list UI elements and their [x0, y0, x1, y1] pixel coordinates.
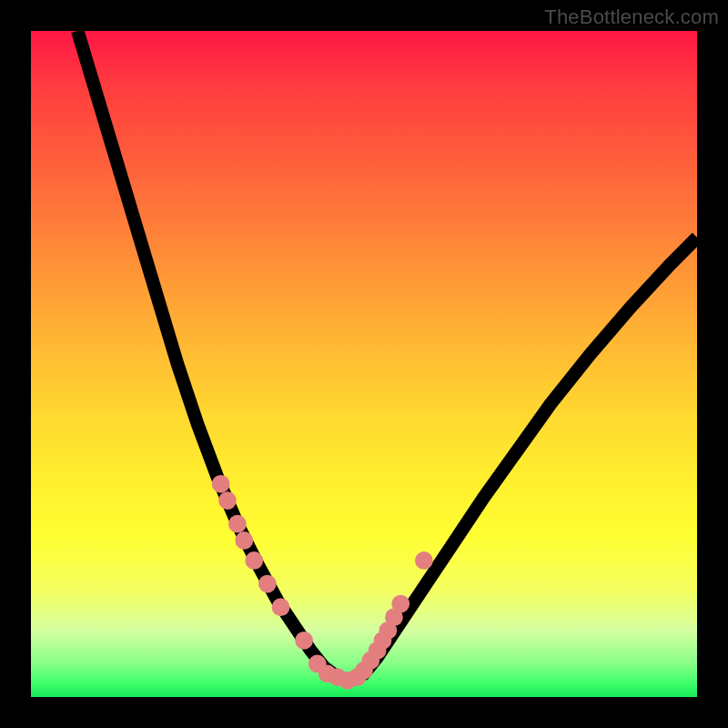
marker-dot — [415, 551, 433, 570]
marker-dot — [245, 551, 263, 570]
watermark-text: TheBottleneck.com — [544, 5, 719, 29]
marker-dot — [212, 475, 230, 493]
chart-frame: TheBottleneck.com — [0, 0, 728, 728]
marker-dot — [258, 575, 277, 593]
marker-dot — [235, 531, 253, 550]
marker-dot — [272, 598, 290, 616]
plot-area — [31, 31, 697, 697]
curve-layer — [31, 31, 697, 697]
marker-dot — [391, 595, 410, 613]
marker-dots — [212, 475, 433, 690]
left-curve-path — [77, 31, 350, 681]
marker-dot — [228, 515, 247, 533]
right-curve-path — [350, 238, 697, 681]
marker-dot — [295, 632, 313, 650]
marker-dot — [218, 491, 237, 510]
